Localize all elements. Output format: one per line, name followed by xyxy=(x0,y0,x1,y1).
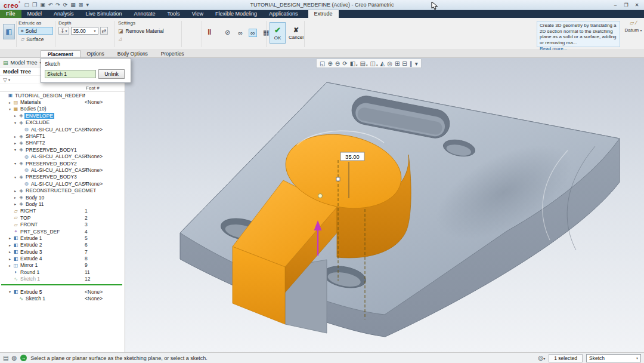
tree-item[interactable]: ∿Sketch 112 xyxy=(0,276,125,282)
annotation-display-icon[interactable]: ◭ xyxy=(380,60,385,67)
tree-item[interactable]: ◗Round 111 xyxy=(0,269,125,275)
depth-type-dropdown[interactable]: ↧▾ xyxy=(58,27,69,35)
sketch-handle[interactable] xyxy=(336,177,340,181)
insert-indicator[interactable] xyxy=(1,284,122,285)
unlink-button[interactable]: Unlink xyxy=(98,69,125,79)
ribbon-tab-file[interactable]: File xyxy=(0,10,21,18)
expand-arrow-icon[interactable]: ▸ xyxy=(7,250,13,254)
web-browser-toggle-icon[interactable]: ◍ xyxy=(11,355,17,361)
ribbon-tab-model[interactable]: Model xyxy=(21,10,48,18)
expand-arrow-icon[interactable]: ▸ xyxy=(13,141,18,145)
chevron-down-icon[interactable]: ▾ xyxy=(8,78,10,82)
expand-arrow-icon[interactable]: ▾ xyxy=(13,121,18,125)
tree-item[interactable]: ▸◈ENVELOPE xyxy=(0,112,125,119)
filter-icon[interactable]: ▽ xyxy=(3,77,7,83)
model-tree-toggle-icon[interactable]: ▤ xyxy=(3,355,8,361)
restore-button[interactable]: ❐ xyxy=(621,1,631,9)
tree-item[interactable]: ▱RIGHT1 xyxy=(0,208,125,214)
expand-arrow-icon[interactable]: ▾ xyxy=(7,107,13,111)
tree-item[interactable]: ▾◈PRESERVED_BODY3 xyxy=(0,174,125,180)
flip-direction-button[interactable]: ⇄ xyxy=(100,27,109,35)
tree-item[interactable]: ∿Sketch 1<None> xyxy=(0,295,125,302)
thicken-sketch-button[interactable]: ⊿ xyxy=(118,35,164,42)
expand-arrow-icon[interactable]: ▸ xyxy=(7,236,13,240)
ribbon-tab-analysis[interactable]: Analysis xyxy=(48,10,80,18)
display-style-icon[interactable]: ▤▾ xyxy=(360,60,368,67)
tree-item[interactable]: ◍AL-SI-CU_ALLOY_CAST<None> xyxy=(0,126,125,133)
ok-button[interactable]: ✔ OK xyxy=(270,22,286,44)
tree-item[interactable]: ▸◈SHAFT1 xyxy=(0,133,125,139)
ribbon-tab-live-simulation[interactable]: Live Simulation xyxy=(80,10,128,18)
expand-arrow-icon[interactable]: ▸ xyxy=(13,195,18,199)
ribbon-tab-flexible-modeling[interactable]: Flexible Modeling xyxy=(209,10,263,18)
spin-center-icon[interactable]: ◎ xyxy=(387,60,392,67)
zoom-in-icon[interactable]: ⊕ xyxy=(327,60,332,67)
view-manager-icon[interactable]: ⊟ xyxy=(402,60,407,67)
datum-display-icon[interactable]: ◫▾ xyxy=(370,60,378,67)
ribbon-tab-applications[interactable]: Applications xyxy=(263,10,304,18)
remove-material-button[interactable]: ◪ Remove Material xyxy=(118,27,164,35)
expand-arrow-icon[interactable]: ▸ xyxy=(7,263,13,267)
expand-arrow-icon[interactable]: ▾ xyxy=(13,175,18,179)
cancel-button[interactable]: ✘ Cancel xyxy=(288,22,304,44)
close-window-icon[interactable]: ⊠ xyxy=(79,1,83,10)
tree-item[interactable]: ⌖PRT_CSYS_DEF4 xyxy=(0,228,125,235)
tree-item[interactable]: ▸◈Body 10 xyxy=(0,194,125,201)
regenerate-icon[interactable]: ⟳ xyxy=(63,1,68,10)
redo-icon[interactable]: ↷ xyxy=(55,1,60,10)
verify-icon[interactable]: ∞ xyxy=(236,29,244,37)
new-file-icon[interactable]: ▢ xyxy=(24,1,30,10)
minimize-button[interactable]: – xyxy=(611,1,620,9)
expand-arrow-icon[interactable]: ▸ xyxy=(13,134,18,139)
shading-style-icon[interactable]: ◧▾ xyxy=(350,60,358,67)
preview-geometry-icon[interactable]: ∞ xyxy=(249,29,257,37)
ribbon-tab-annotate[interactable]: Annotate xyxy=(128,10,162,18)
datum-plane-icon[interactable]: ▱ xyxy=(630,20,634,26)
tree-item[interactable]: ▸◫Mirror 19 xyxy=(0,262,125,269)
repaint-icon[interactable]: ⟳ xyxy=(342,60,347,67)
expand-arrow-icon[interactable]: ▸ xyxy=(13,113,18,118)
depth-value-input[interactable]: 35.00▾ xyxy=(71,27,98,35)
refit-icon[interactable]: ◱ xyxy=(320,60,325,67)
datum-axis-icon[interactable]: ∕ xyxy=(636,20,637,26)
expand-arrow-icon[interactable]: ▾ xyxy=(7,290,13,294)
sketch-reference-field[interactable]: Sketch 1 xyxy=(45,70,96,78)
no-preview-icon[interactable]: ⊘ xyxy=(223,28,232,37)
tree-item[interactable]: ◍AL-SI-CU_ALLOY_CAST<None> xyxy=(0,167,125,173)
tree-item[interactable]: ▸▤Materials<None> xyxy=(0,99,125,105)
dashboard-tab-options[interactable]: Options xyxy=(80,50,111,57)
tree-item[interactable]: ◍AL-SI-CU_ALLOY_CAST<None> xyxy=(0,180,125,187)
solid-button[interactable]: ■ Solid xyxy=(18,27,53,35)
ribbon-tab-view[interactable]: View xyxy=(186,10,209,18)
quick-access-options-icon[interactable]: ▾ xyxy=(86,1,89,10)
pause-button[interactable]: ‖ xyxy=(208,27,212,36)
open-file-icon[interactable]: ❒ xyxy=(32,1,37,10)
expand-arrow-icon[interactable]: ▸ xyxy=(13,189,18,193)
chevron-down-icon[interactable]: ▾ xyxy=(640,29,642,32)
expand-arrow-icon[interactable]: ▸ xyxy=(13,202,18,206)
expand-arrow-icon[interactable]: ▸ xyxy=(7,243,13,247)
pause-icon[interactable]: ∥ xyxy=(410,60,413,67)
zoom-out-icon[interactable]: ⊖ xyxy=(335,60,340,67)
tree-item[interactable]: ▸◈SHAFT2 xyxy=(0,140,125,146)
selection-filter-dropdown[interactable]: Sketch ▾ xyxy=(586,354,641,362)
toolbar-options-icon[interactable]: ▾ xyxy=(415,60,418,67)
close-button[interactable]: ✕ xyxy=(632,1,642,9)
surface-button[interactable]: ▱ Surface xyxy=(18,35,53,43)
expand-arrow-icon[interactable]: ▾ xyxy=(13,161,18,165)
tree-item[interactable]: ▸◧Extrude 26 xyxy=(0,242,125,248)
expand-arrow-icon[interactable]: ▸ xyxy=(7,100,13,104)
dashboard-tab-body-options[interactable]: Body Options xyxy=(111,50,154,57)
tree-item[interactable]: ▾◧Extrude 5<None> xyxy=(0,288,125,295)
dashboard-tab-placement[interactable]: Placement xyxy=(41,50,80,57)
tree-item[interactable]: ▣TUTORIAL_DESIGN_REDEFINE.PRT xyxy=(0,92,125,99)
ribbon-tab-extrude[interactable]: Extrude xyxy=(308,10,339,18)
expand-arrow-icon[interactable]: ▸ xyxy=(7,257,13,261)
depth-dimension[interactable]: 35.00 xyxy=(340,152,364,161)
tree-item[interactable]: ▸◈Body 11 xyxy=(0,201,125,207)
graphics-area[interactable]: 35.00 ◱⊕⊖⟳◧▾▤▾◫▾◭◎⊞⊟∥▾ xyxy=(125,58,644,352)
tree-item[interactable]: ▸◈RECONSTRUCTED_GEOMETRY xyxy=(0,187,125,193)
dashboard-tab-properties[interactable]: Properties xyxy=(154,50,191,57)
tree-item[interactable]: ▾◈PRESERVED_BODY2 xyxy=(0,160,125,167)
tree-item[interactable]: ▸◧Extrude 48 xyxy=(0,255,125,262)
